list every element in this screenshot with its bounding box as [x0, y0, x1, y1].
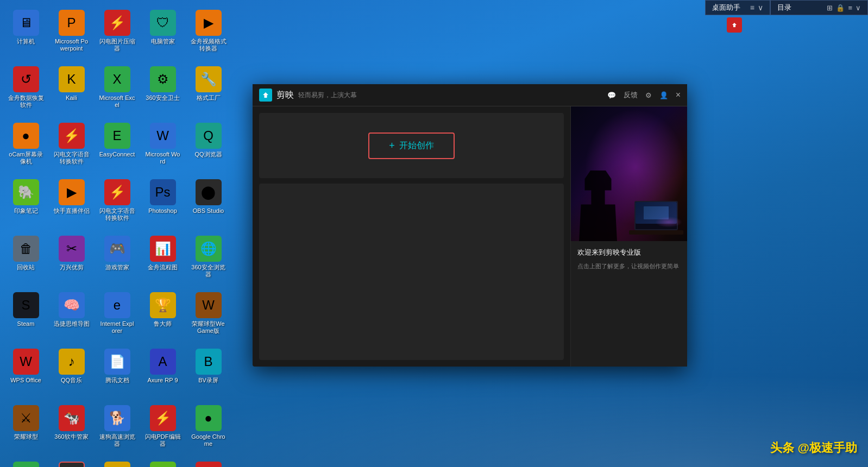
- desktop-icon-wegame-version[interactable]: W荣耀球型WeGame版: [188, 288, 229, 342]
- desktop-icon-glory-game[interactable]: ⚔荣耀球型: [5, 401, 46, 455]
- window-titlebar: 剪映 轻而易剪，上演大幕 💬 反馈 ⚙ 👤 ×: [253, 84, 687, 106]
- widget-menu-icon[interactable]: ≡: [750, 3, 754, 12]
- desktop-icon-jianying-pro[interactable]: ✂剪映专业版: [51, 457, 92, 467]
- desktop-icon-computer[interactable]: 🖥计算机: [5, 5, 46, 60]
- icon-label-bv-recorder: BV录屏: [198, 377, 218, 384]
- directory-controls[interactable]: ⊞ 🔒 ≡ ∨: [827, 4, 861, 12]
- desktop-icon-recycle[interactable]: 🗑回收站: [5, 231, 46, 286]
- icon-img-xunyi: 🧠: [59, 292, 85, 318]
- icon-img-tencent-doc: 📄: [104, 349, 130, 375]
- icon-label-jinshe-flow: 金舟流程图: [148, 264, 178, 271]
- desktop-icon-flash-convert[interactable]: ⚡闪电图片格式转换器: [188, 457, 229, 467]
- icon-img-easyconnect: E: [104, 123, 130, 149]
- desktop-icon-jinshe-video[interactable]: ▶金舟视频格式转换器: [188, 5, 229, 60]
- directory-title: 目录: [777, 3, 827, 12]
- icon-label-qq-browser: QQ浏览器: [194, 151, 222, 158]
- preview-image: [571, 106, 687, 241]
- icon-img-jianying-pro: ✂: [59, 462, 85, 467]
- dir-lock-icon[interactable]: 🔒: [836, 4, 845, 12]
- desktop-icon-obs[interactable]: ⬤OBS Studio: [188, 175, 229, 229]
- desktop-icon-tencent-doc[interactable]: 📄腾讯文档: [97, 344, 137, 399]
- icon-label-wegame-version: 荣耀球型WeGame版: [190, 320, 227, 335]
- desktop-icon-jinshe-flow[interactable]: 📊金舟流程图: [142, 231, 183, 286]
- icon-label-obs: OBS Studio: [193, 207, 224, 214]
- desktop-icon-qq-music[interactable]: ♪QQ音乐: [51, 344, 92, 399]
- widget-collapse-icon[interactable]: ∨: [758, 3, 763, 12]
- icon-img-recycle: 🗑: [13, 236, 39, 262]
- top-widget: 桌面助手 ≡ ∨ 目录 ⊞ 🔒 ≡ ∨: [705, 0, 868, 15]
- feedback-label[interactable]: 反馈: [624, 90, 638, 100]
- icon-img-wechat: 💬: [150, 462, 176, 467]
- icon-img-steam: S: [13, 292, 39, 318]
- desktop-icon-photoshop[interactable]: PsPhotoshop: [142, 175, 183, 229]
- desktop-icon-easyconnect[interactable]: EEasyConnect: [97, 118, 137, 173]
- window-body: + 开始创作: [253, 106, 687, 367]
- icon-label-easyconnect: EasyConnect: [99, 151, 135, 158]
- icon-label-xiang-bi: 印象笔记: [14, 207, 38, 214]
- desktop-icon-kuaishou[interactable]: ▶快手直播伴侣: [51, 175, 92, 229]
- desktop-icon-mini-world[interactable]: 🌍官方版迷你世界: [5, 457, 46, 467]
- desktop-icon-luzhan[interactable]: 🏆鲁大师: [142, 288, 183, 342]
- watermark-highlight: @极速手助: [798, 441, 857, 455]
- desktop-icon-ocam[interactable]: ●oCam屏幕录像机: [5, 118, 46, 173]
- desktop-icon-wanxing[interactable]: ✂万兴优剪: [51, 231, 92, 286]
- desktop-icon-xiang-bi[interactable]: 🐘印象笔记: [5, 175, 46, 229]
- icon-img-speed-browser: 🐕: [104, 405, 130, 431]
- sidebar-preview[interactable]: [571, 106, 687, 241]
- dir-grid-icon[interactable]: ⊞: [827, 4, 833, 12]
- desktop-icon-flash-ocr[interactable]: ⚡闪电文字语音转换软件: [51, 118, 92, 173]
- close-button[interactable]: ×: [676, 90, 681, 100]
- desktop-icon-ie[interactable]: eInternet Explorer: [97, 288, 137, 342]
- icon-img-jinshe-recovery: ↺: [13, 66, 39, 92]
- desktop-icon-flash-ocr2[interactable]: ⚡闪电文字语音转换软件: [97, 175, 137, 229]
- desktop-icon-flash-compress[interactable]: ⚡闪电图片压缩器: [97, 5, 137, 60]
- icon-label-computer: 计算机: [17, 38, 35, 45]
- desktop-icon-pc-manager[interactable]: 🛡电脑管家: [142, 5, 183, 60]
- desktop-icon-speed-browser[interactable]: 🐕速狗高速浏览器: [97, 401, 137, 455]
- desktop-icon-format-factory[interactable]: 🔧格式工厂: [188, 62, 229, 116]
- desktop-icon-bv-recorder[interactable]: BBV录屏: [188, 344, 229, 399]
- desktop-icon-game-master[interactable]: 🎮游戏管家: [97, 231, 137, 286]
- user-icon[interactable]: 👤: [659, 91, 668, 99]
- icon-img-360-guard: ⚙: [150, 66, 176, 92]
- start-create-button[interactable]: + 开始创作: [368, 132, 455, 159]
- desktop-icon-steam[interactable]: SSteam: [5, 288, 46, 342]
- icon-img-qq-music: ♪: [59, 349, 85, 375]
- desktop-icon-kaili[interactable]: KKaili: [51, 62, 92, 116]
- dir-menu-icon[interactable]: ≡: [848, 4, 852, 12]
- desktop-icon-powerpoint[interactable]: PMicrosoft Powerpoint: [51, 5, 92, 60]
- desktop-icon-chrome[interactable]: ●Google Chrome: [188, 401, 229, 455]
- desktop-icon-xunyi[interactable]: 🧠迅捷思维导图: [51, 288, 92, 342]
- sidebar-desc: 点击上图了解更多，让视频创作更简单: [577, 262, 681, 271]
- desktop-icon-word[interactable]: WMicrosoft Word: [142, 118, 183, 173]
- desktop-assistant-panel[interactable]: 桌面助手 ≡ ∨: [705, 0, 770, 15]
- desktop-icon-wegame[interactable]: WWeGame: [97, 457, 137, 467]
- settings-icon[interactable]: ⚙: [645, 91, 652, 99]
- desktop-icon-qq-browser[interactable]: QQQ浏览器: [188, 118, 229, 173]
- desktop-icon-jinshe-recovery[interactable]: ↺金舟数据恢复软件: [5, 62, 46, 116]
- desktop-icon-flash-pdf[interactable]: ⚡闪电PDF编辑器: [142, 401, 183, 455]
- desktop-icon-wps[interactable]: WWPS Office: [5, 344, 46, 399]
- window-controls[interactable]: 💬 反馈 ⚙ 👤 ×: [607, 90, 681, 100]
- icon-label-wps: WPS Office: [10, 377, 41, 384]
- desktop-icon-360-cow[interactable]: 🐄360软牛管家: [51, 401, 92, 455]
- desktop-icon-wechat[interactable]: 💬微信: [142, 457, 183, 467]
- directory-panel[interactable]: 目录 ⊞ 🔒 ≡ ∨: [770, 0, 868, 15]
- desktop-icon-axure[interactable]: AAxure RP 9: [142, 344, 183, 399]
- desktop-icon-360-browser[interactable]: 🌐360安全浏览器: [188, 231, 229, 286]
- plus-icon: +: [389, 140, 395, 152]
- icon-label-axure: Axure RP 9: [147, 377, 178, 384]
- icon-img-excel: X: [104, 66, 130, 92]
- icon-img-360-browser: 🌐: [196, 236, 222, 262]
- desktop-icons: 🖥计算机PMicrosoft Powerpoint⚡闪电图片压缩器🛡电脑管家▶金…: [5, 5, 231, 467]
- icon-img-flash-ocr2: ⚡: [104, 179, 130, 205]
- dir-collapse-icon[interactable]: ∨: [856, 4, 861, 12]
- icon-img-jinshe-video: ▶: [196, 10, 222, 36]
- desktop-icon-excel[interactable]: XMicrosoft Excel: [97, 62, 137, 116]
- icon-img-powerpoint: P: [59, 10, 85, 36]
- watermark-prefix: 头条: [770, 441, 797, 455]
- widget-controls[interactable]: ≡ ∨: [750, 3, 763, 12]
- icon-label-flash-ocr2: 闪电文字语音转换软件: [99, 207, 135, 222]
- icon-img-flash-compress: ⚡: [104, 10, 130, 36]
- desktop-icon-360-guard[interactable]: ⚙360安全卫士: [142, 62, 183, 116]
